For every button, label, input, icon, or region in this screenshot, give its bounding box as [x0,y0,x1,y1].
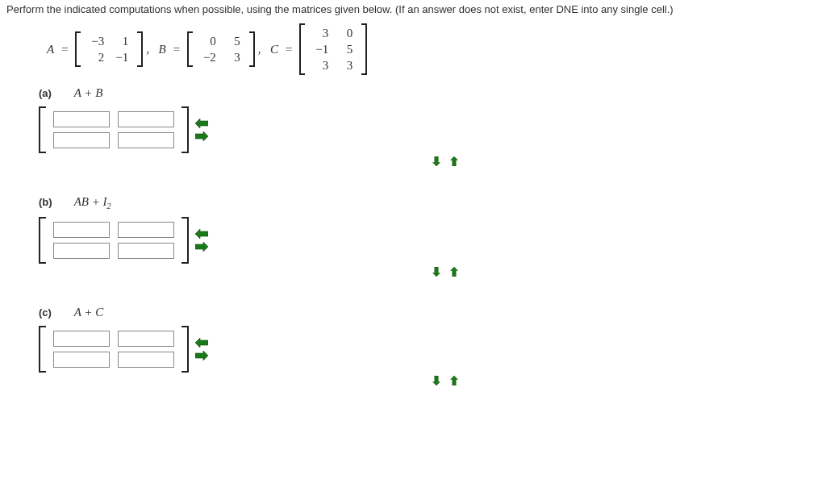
add-row-icon[interactable] [430,267,443,277]
matrix-C-brackets: 3 0 −1 5 3 3 [299,23,367,75]
matrix-B-label: B [159,43,166,56]
bracket-right-icon [181,217,189,264]
answer-grid-c [47,326,181,373]
add-column-icon[interactable] [195,351,208,360]
matrix-A: −3 1 2 −1 [81,31,136,67]
bracket-right-icon [181,326,189,373]
answer-c-r1c1[interactable] [118,352,174,368]
answer-c-r0c0[interactable] [53,331,110,347]
part-a-expression: A + B [74,86,103,99]
remove-row-icon[interactable] [448,156,461,166]
part-c: (c) A + C [39,306,820,385]
remove-column-icon[interactable] [195,119,208,128]
answer-b-r1c0[interactable] [53,243,110,259]
answer-a-r1c1[interactable] [118,132,174,148]
add-row-icon[interactable] [430,376,443,385]
part-c-tag: (c) [39,306,71,319]
answer-b-r0c1[interactable] [118,222,174,238]
add-row-icon[interactable] [430,156,443,166]
matrix-B-brackets: 0 5 −2 3 [187,31,255,67]
question-prompt: Perform the indicated computations when … [6,3,820,15]
remove-column-icon[interactable] [195,229,208,239]
remove-column-icon[interactable] [195,338,208,348]
answer-grid-a [47,106,181,153]
given-matrices: A = −3 1 2 −1 , B = 0 5 −2 3 , C = 3 0 −… [47,23,820,75]
matrix-A-brackets: −3 1 2 −1 [75,31,143,67]
add-column-icon[interactable] [195,131,208,141]
part-b-expression: AB + I2 [74,195,111,208]
answer-c-r0c1[interactable] [118,331,174,347]
answer-c-r1c0[interactable] [53,352,110,368]
bracket-left-icon [39,326,47,373]
answer-b-r0c0[interactable] [53,222,110,238]
part-b-tag: (b) [39,196,71,208]
matrix-B: 0 5 −2 3 [194,31,248,67]
remove-row-icon[interactable] [448,267,461,277]
part-b: (b) AB + I2 [39,195,820,277]
matrix-A-label: A [47,43,54,56]
answer-a-r0c0[interactable] [53,111,110,127]
answer-grid-b [47,217,181,264]
answer-b-r1c1[interactable] [118,243,174,259]
answer-a-r0c1[interactable] [118,111,174,127]
add-column-icon[interactable] [195,242,208,252]
remove-row-icon[interactable] [448,376,461,385]
part-c-expression: A + C [74,306,104,319]
matrix-C: 3 0 −1 5 3 3 [306,23,361,75]
part-a: (a) A + B [39,86,820,166]
answer-a-r1c0[interactable] [53,132,110,148]
bracket-right-icon [181,106,189,153]
matrix-C-label: C [270,43,278,56]
bracket-left-icon [39,106,47,153]
part-a-tag: (a) [39,87,71,99]
bracket-left-icon [39,217,47,264]
